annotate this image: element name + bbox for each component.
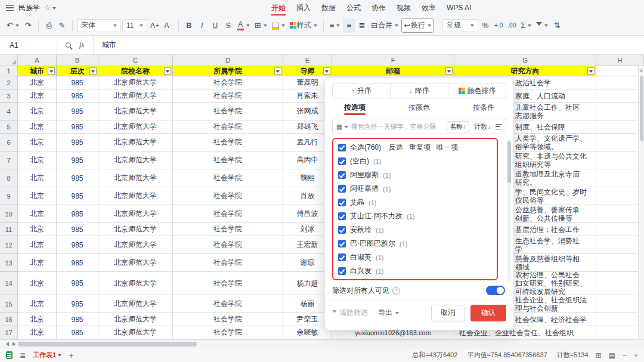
cell[interactable]: 985 xyxy=(57,187,98,205)
row-number[interactable]: 9 xyxy=(0,187,18,205)
wrap-text-button[interactable]: ↩换行 xyxy=(401,18,434,33)
cell[interactable] xyxy=(596,326,644,339)
sort-by-count-chip[interactable]: 计数↓ xyxy=(472,122,493,132)
cell[interactable]: 北京 xyxy=(18,295,57,313)
favorite-star-icon[interactable]: ☆ xyxy=(44,4,51,12)
cell[interactable]: 985 xyxy=(57,254,98,272)
cell[interactable]: 985 xyxy=(57,295,98,313)
filter-list-item[interactable]: (空白)(1) xyxy=(338,154,492,168)
cell[interactable] xyxy=(596,76,644,89)
row-number[interactable]: 13 xyxy=(0,254,18,272)
select-all-corner[interactable] xyxy=(0,55,18,66)
ribbon-tab[interactable]: 效率 xyxy=(416,0,441,16)
cell[interactable]: 985 xyxy=(57,151,98,169)
number-format-select[interactable]: 常规 xyxy=(442,19,478,32)
italic-button[interactable]: I xyxy=(196,18,208,33)
checkbox-checked-icon[interactable] xyxy=(338,171,346,179)
header-cell-empty[interactable] xyxy=(596,66,644,76)
autosum-button[interactable]: Σ xyxy=(519,18,533,33)
header-cell[interactable]: 院校名称 xyxy=(98,66,173,76)
percent-button[interactable]: % xyxy=(479,18,491,33)
cell[interactable]: 985 xyxy=(57,120,98,134)
merge-cells-button[interactable]: ⊟合并 xyxy=(369,18,400,33)
filter-list-item[interactable]: 白兴发(1) xyxy=(338,264,492,278)
fill-color-button[interactable] xyxy=(270,18,287,33)
cell[interactable]: 北京师范大学 xyxy=(98,254,173,272)
column-filter-dropdown-icon[interactable] xyxy=(587,67,595,75)
cell[interactable]: 985 xyxy=(57,89,98,103)
align-left-icon[interactable]: ≡ xyxy=(328,18,342,33)
advanced-filter-icon[interactable] xyxy=(496,124,502,129)
sheet-list-icon[interactable]: ≣ xyxy=(20,351,26,360)
font-name-select[interactable]: 宋体 xyxy=(77,19,121,32)
strikethrough-button[interactable]: S xyxy=(222,18,234,33)
grid-view-icon[interactable]: ⊞ xyxy=(596,351,602,360)
cell[interactable]: 社会学院 xyxy=(173,236,283,254)
font-size-select[interactable]: 11 xyxy=(122,19,147,32)
cell[interactable] xyxy=(596,254,644,272)
filter-search-input[interactable] xyxy=(351,123,444,130)
cell[interactable]: 985 xyxy=(57,134,98,151)
cell[interactable] xyxy=(596,89,644,103)
header-cell[interactable]: 所属学院 xyxy=(173,66,283,76)
help-icon[interactable]: ? xyxy=(392,287,400,295)
row-number[interactable]: 5 xyxy=(0,120,18,134)
undo-button[interactable]: ↶ xyxy=(5,18,21,33)
vertical-align-icon[interactable]: ≣ xyxy=(356,18,368,33)
cell-style-button[interactable]: 样式 xyxy=(288,18,319,33)
cell[interactable]: 北京师范大学 xyxy=(98,187,173,205)
cell[interactable]: 985 xyxy=(57,326,98,339)
cell[interactable] xyxy=(596,151,644,169)
cell[interactable]: 社会学院 xyxy=(173,313,283,326)
invert-selection-link[interactable]: 反选 xyxy=(389,143,403,153)
checkbox-checked-icon[interactable] xyxy=(338,240,346,247)
row-number[interactable]: 3 xyxy=(0,89,18,103)
cell[interactable]: 北京 xyxy=(18,120,57,134)
cell[interactable]: 北京师范大学 xyxy=(98,134,173,151)
cell[interactable]: 北京师范大学 xyxy=(98,205,173,223)
zoom-out-icon[interactable]: − xyxy=(623,351,627,360)
font-color-button[interactable]: A xyxy=(236,18,252,33)
cell[interactable]: 北京 xyxy=(18,169,57,187)
checkbox-checked-icon[interactable] xyxy=(338,212,346,220)
format-painter-button[interactable]: ✎ xyxy=(56,18,68,33)
cell[interactable]: 北京 xyxy=(18,254,57,272)
cell[interactable]: 社会学院 xyxy=(173,187,283,205)
column-filter-dropdown-icon[interactable] xyxy=(323,67,330,75)
cell[interactable]: 北京 xyxy=(18,151,57,169)
cell[interactable]: 北京 xyxy=(18,223,57,236)
ribbon-tab[interactable]: 视频 xyxy=(391,0,416,16)
align-center-icon[interactable]: ≡ xyxy=(343,18,355,33)
search-icon[interactable] xyxy=(66,42,71,48)
checkbox-checked-icon[interactable] xyxy=(338,267,346,275)
decimal-increase-button[interactable]: +.0 xyxy=(493,18,504,33)
column-filter-dropdown-icon[interactable] xyxy=(89,67,97,75)
cell[interactable]: 北京 xyxy=(18,236,57,254)
font-decrease-button[interactable]: A- xyxy=(162,18,174,33)
cell[interactable] xyxy=(596,103,644,120)
export-button[interactable]: 导出 xyxy=(378,308,399,318)
filter-button[interactable] xyxy=(534,18,550,33)
document-title[interactable]: 民族学 xyxy=(18,3,40,13)
insert-function-icon[interactable]: fx xyxy=(79,41,85,49)
confirm-button[interactable]: 确认 xyxy=(470,305,506,321)
ribbon-tab[interactable]: WPS AI xyxy=(441,0,476,16)
column-header-C[interactable]: C xyxy=(98,55,173,66)
checkbox-checked-icon[interactable] xyxy=(338,226,346,234)
vertical-scrollbar[interactable]: ▲ xyxy=(638,66,644,339)
ribbon-tab[interactable]: 协作 xyxy=(366,0,391,16)
cell[interactable] xyxy=(596,169,644,187)
cell[interactable]: 北京师范大学 xyxy=(98,89,173,103)
column-header-B[interactable]: B xyxy=(57,55,98,66)
sort-by-name-chip[interactable]: 名称↑ xyxy=(447,121,469,132)
cell[interactable]: 社会学院 xyxy=(173,76,283,89)
scroll-right-icon[interactable] xyxy=(13,342,18,346)
cell[interactable]: 北京 xyxy=(18,326,57,339)
checkbox-checked-icon[interactable] xyxy=(338,199,346,206)
row-number[interactable]: 8 xyxy=(0,169,18,187)
vertical-scroll-thumb[interactable] xyxy=(640,76,643,141)
horizontal-scrollbar[interactable] xyxy=(0,339,644,348)
docer-icon[interactable] xyxy=(6,351,13,359)
cell[interactable]: 社会学院 xyxy=(173,295,283,313)
row-number[interactable]: 2 xyxy=(0,76,18,89)
